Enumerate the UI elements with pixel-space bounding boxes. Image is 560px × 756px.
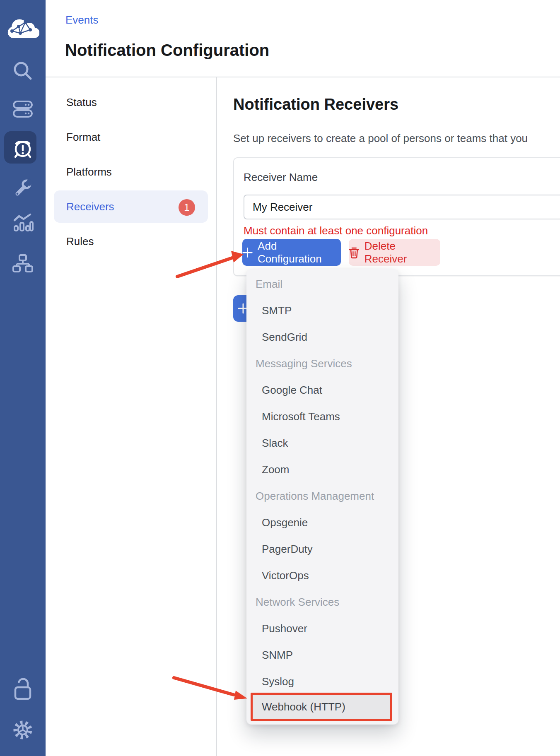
receiver-name-label: Receiver Name	[244, 171, 318, 183]
breadcrumb-events-link[interactable]: Events	[65, 14, 99, 26]
menu-item-snmp[interactable]: SNMP	[246, 642, 398, 668]
sidebar-rail	[0, 0, 46, 756]
menu-item-slack[interactable]: Slack	[246, 430, 398, 456]
header-divider	[46, 77, 560, 77]
nav-content-divider	[216, 77, 217, 756]
menu-item-pushover[interactable]: Pushover	[246, 615, 398, 642]
menu-group-operations-management: Operations Management	[246, 483, 398, 509]
section-description: Set up receivers to create a pool of per…	[233, 132, 528, 145]
hosts-icon[interactable]	[0, 100, 46, 118]
search-icon[interactable]	[0, 60, 46, 82]
screen: Events Notification Configuration Status…	[0, 0, 560, 756]
receiver-name-input[interactable]: My Receiver	[244, 195, 560, 219]
menu-item-syslog[interactable]: Syslog	[246, 668, 398, 695]
delete-receiver-label: Delete Receiver	[364, 240, 440, 265]
validation-error-text: Must contain at least one configuration	[244, 224, 428, 237]
nav-item-status[interactable]: Status	[66, 89, 97, 116]
menu-group-email: Email	[246, 271, 398, 297]
add-configuration-button[interactable]: Add Configuration	[242, 239, 341, 266]
metrics-icon[interactable]	[0, 213, 46, 233]
menu-item-webhook-http[interactable]: Webhook (HTTP)	[251, 693, 392, 721]
menu-group-network-services: Network Services	[246, 589, 398, 615]
nav-item-platforms[interactable]: Platforms	[66, 159, 112, 185]
nav-item-receivers[interactable]: Receivers	[66, 190, 114, 223]
settings-gear-icon[interactable]	[0, 719, 46, 741]
trash-icon	[349, 246, 360, 259]
menu-item-zoom[interactable]: Zoom	[246, 456, 398, 483]
add-configuration-label: Add Configuration	[258, 240, 341, 265]
app-logo-cloud[interactable]	[0, 17, 46, 41]
menu-item-opsgenie[interactable]: Opsgenie	[246, 509, 398, 536]
nav-item-rules[interactable]: Rules	[66, 228, 94, 255]
unlock-icon[interactable]	[0, 677, 46, 701]
menu-item-microsoft-teams[interactable]: Microsoft Teams	[246, 403, 398, 430]
menu-item-pagerduty[interactable]: PagerDuty	[246, 536, 398, 562]
tools-icon[interactable]	[0, 176, 46, 197]
nav-item-format[interactable]: Format	[66, 124, 100, 150]
annotation-arrow-to-webhook	[174, 678, 247, 700]
configuration-type-menu: EmailSMTPSendGridMessaging ServicesGoogl…	[246, 269, 398, 725]
page-title: Notification Configuration	[65, 39, 269, 61]
plus-icon	[242, 247, 253, 258]
alerts-icon[interactable]	[0, 137, 46, 160]
delete-receiver-button[interactable]: Delete Receiver	[349, 239, 440, 266]
menu-item-smtp[interactable]: SMTP	[246, 297, 398, 324]
topology-icon[interactable]	[0, 253, 46, 273]
menu-group-messaging-services: Messaging Services	[246, 350, 398, 377]
menu-item-google-chat[interactable]: Google Chat	[246, 377, 398, 403]
menu-item-victorops[interactable]: VictorOps	[246, 562, 398, 589]
section-heading: Notification Receivers	[233, 94, 398, 115]
receivers-count-badge: 1	[179, 199, 195, 216]
menu-item-sendgrid[interactable]: SendGrid	[246, 324, 398, 350]
